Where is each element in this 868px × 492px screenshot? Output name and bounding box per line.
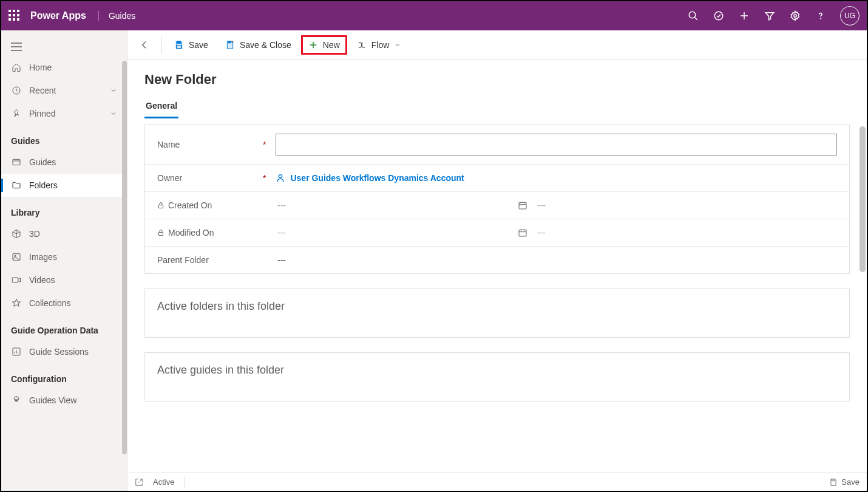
- required-indicator: *: [263, 140, 266, 149]
- sidebar-item-guidesview[interactable]: Guides View: [1, 389, 127, 412]
- sidebar-item-label: 3D: [29, 229, 40, 239]
- sidebar-item-label: Pinned: [29, 109, 56, 118]
- svg-rect-37: [832, 479, 835, 480]
- app-launcher-icon[interactable]: [8, 10, 21, 22]
- svg-rect-23: [228, 41, 231, 43]
- chevron-down-icon: [110, 87, 117, 94]
- button-label: Flow: [371, 40, 390, 50]
- svg-point-2: [714, 12, 723, 20]
- sidebar-item-label: Videos: [29, 275, 55, 285]
- calendar-icon[interactable]: [518, 200, 527, 210]
- app-subtitle[interactable]: Guides: [98, 11, 135, 21]
- field-label: Owner: [157, 173, 260, 183]
- app-name[interactable]: Power Apps: [30, 10, 86, 21]
- plus-icon: [308, 40, 318, 50]
- filter-icon[interactable]: [764, 10, 776, 22]
- calendar-icon[interactable]: [518, 228, 527, 237]
- section-header-library: Library: [1, 197, 127, 222]
- sidebar-item-collections[interactable]: Collections: [1, 292, 127, 315]
- gear-icon: [11, 395, 22, 406]
- sidebar-item-sessions[interactable]: Guide Sessions: [1, 340, 127, 363]
- svg-rect-21: [177, 41, 180, 43]
- task-icon[interactable]: [713, 10, 725, 22]
- star-icon: [11, 298, 22, 309]
- separator: [161, 36, 162, 54]
- sidebar-item-recent[interactable]: Recent: [1, 79, 127, 102]
- clock-icon: [11, 85, 22, 96]
- image-icon: [11, 251, 22, 262]
- guide-icon: [11, 157, 22, 168]
- settings-icon[interactable]: [789, 10, 801, 22]
- svg-rect-11: [13, 159, 20, 165]
- page-title: New Folder: [144, 72, 850, 87]
- sidebar-item-pinned[interactable]: Pinned: [1, 102, 127, 125]
- flow-button[interactable]: Flow: [350, 35, 409, 55]
- tab-general[interactable]: General: [144, 97, 178, 118]
- main-content: Save Save & Close New Flow New Folder Ge…: [127, 30, 867, 491]
- section-title: Active folders in this folder: [157, 300, 285, 312]
- search-icon[interactable]: [687, 10, 699, 22]
- field-name: Name *: [145, 125, 849, 165]
- chart-icon: [11, 346, 22, 357]
- sidebar-item-guides[interactable]: Guides: [1, 151, 127, 174]
- field-label: Name: [157, 140, 260, 149]
- save-close-icon: [225, 40, 235, 50]
- status-text: Active: [153, 477, 174, 487]
- parent-folder-value[interactable]: ---: [277, 255, 286, 265]
- sidebar-item-label: Folders: [29, 180, 58, 190]
- save-close-button[interactable]: Save & Close: [218, 35, 299, 55]
- statusbar-save-button[interactable]: Save: [829, 477, 860, 487]
- required-indicator: *: [263, 173, 266, 183]
- home-icon: [11, 62, 22, 73]
- sidebar-item-label: Guide Sessions: [29, 347, 89, 357]
- sidebar-item-images[interactable]: Images: [1, 245, 127, 268]
- separator: [184, 477, 185, 488]
- button-label: New: [323, 40, 340, 50]
- svg-point-0: [689, 12, 696, 18]
- section-active-folders: Active folders in this folder: [144, 289, 850, 338]
- content-area: New Folder General Name * Owner: [127, 60, 867, 473]
- person-icon: [276, 173, 285, 183]
- svg-rect-28: [519, 202, 526, 209]
- topbar-right: UG: [687, 6, 860, 26]
- section-title: Active guides in this folder: [157, 364, 284, 376]
- save-button[interactable]: Save: [167, 35, 215, 55]
- name-input[interactable]: [276, 134, 837, 155]
- created-date: ---: [277, 200, 508, 210]
- popout-icon[interactable]: [135, 478, 143, 487]
- user-avatar[interactable]: UG: [840, 6, 860, 26]
- field-created-on: Created On --- ---: [145, 192, 849, 219]
- new-button[interactable]: New: [301, 35, 347, 55]
- save-icon: [829, 478, 838, 487]
- help-icon[interactable]: [815, 10, 827, 22]
- svg-rect-32: [159, 233, 163, 236]
- chevron-down-icon: [394, 41, 401, 49]
- status-bar: Active Save: [127, 473, 867, 491]
- plus-icon[interactable]: [738, 10, 750, 22]
- flow-icon: [357, 40, 367, 50]
- svg-point-5: [794, 15, 797, 18]
- hamburger-button[interactable]: [1, 38, 127, 56]
- pin-icon: [11, 108, 22, 119]
- owner-lookup[interactable]: User Guides Workflows Dynamics Account: [276, 173, 464, 183]
- sidebar-item-3d[interactable]: 3D: [1, 222, 127, 245]
- svg-rect-15: [12, 278, 18, 282]
- button-label: Save: [841, 477, 860, 487]
- chevron-down-icon: [110, 110, 117, 117]
- owner-value: User Guides Workflows Dynamics Account: [290, 173, 464, 183]
- sidebar-item-videos[interactable]: Videos: [1, 268, 127, 292]
- sidebar-item-label: Collections: [29, 298, 70, 308]
- svg-point-26: [279, 175, 282, 178]
- back-button[interactable]: [132, 35, 157, 55]
- topbar-left: Power Apps Guides: [8, 10, 135, 22]
- section-active-guides: Active guides in this folder: [144, 352, 850, 401]
- sidebar-item-home[interactable]: Home: [1, 56, 127, 79]
- field-modified-on: Modified On --- ---: [145, 219, 849, 247]
- save-icon: [174, 40, 184, 50]
- section-header-config: Configuration: [1, 363, 127, 389]
- lock-icon: [157, 229, 164, 236]
- created-time: ---: [537, 200, 546, 210]
- sidebar-item-label: Home: [29, 63, 52, 72]
- field-label: Parent Folder: [157, 255, 260, 265]
- sidebar-item-folders[interactable]: Folders: [1, 174, 127, 197]
